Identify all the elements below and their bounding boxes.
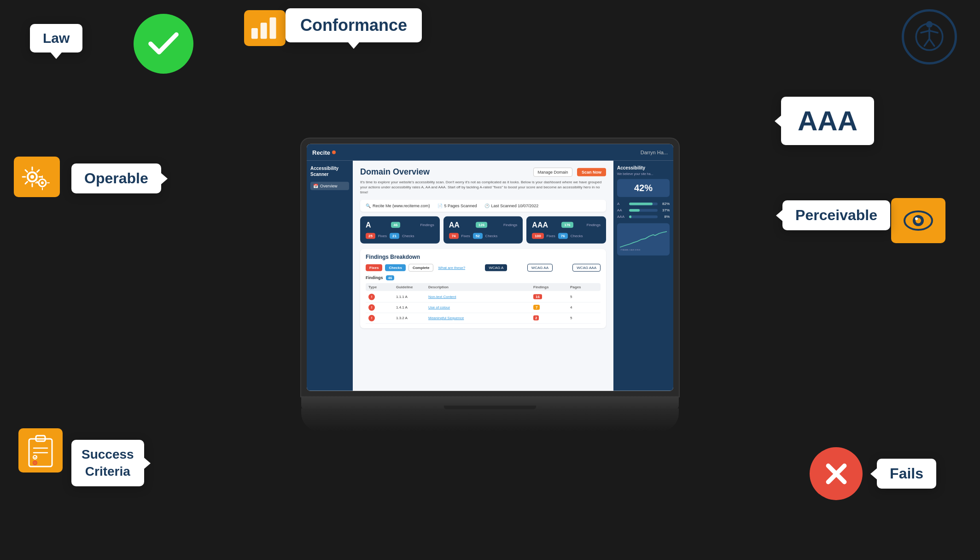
findings-title: Findings Breakdown (366, 253, 601, 260)
level-aa-bar-bg (629, 209, 658, 211)
findings-count-2: 2 (533, 315, 539, 321)
wcag-aa-button[interactable]: WCAG AA (527, 263, 553, 271)
filter-checks-button[interactable]: Checks (385, 264, 405, 271)
rating-card-a: A 46 Findings 25 Fixes 21 Checks (360, 216, 440, 243)
rating-card-aa: AA 126 Findings 74 Fixes 52 Checks (443, 216, 523, 243)
laptop-stand (301, 408, 679, 432)
findings-count-row: Findings 46 (366, 275, 601, 280)
app-right-panel: Accessibility We believe your site ha...… (613, 161, 673, 391)
error-icon: ! (368, 315, 375, 321)
accessibility-percent: 42% (617, 179, 670, 197)
col-pages: Pages (570, 285, 598, 289)
svg-point-5 (30, 175, 34, 179)
table-header: Type Guideline Description Findings Page… (366, 283, 601, 291)
scan-site: 🔍 Recite Me (www.reciteme.com) (366, 203, 430, 208)
clipboard-icon (18, 428, 63, 472)
success-criteria-label: SuccessCriteria (71, 440, 144, 486)
conformance-label: Conformance (286, 8, 422, 42)
app-sidebar: Accessibility Scanner 📅 Overview (307, 161, 353, 391)
search-icon: 🔍 (366, 203, 371, 208)
bar-chart-icon (244, 10, 286, 46)
col-type: Type (368, 285, 396, 289)
app-body: Accessibility Scanner 📅 Overview Domain … (307, 161, 673, 391)
findings-badge-a: 46 (391, 222, 401, 228)
col-description: Description (428, 285, 533, 289)
laptop: Recite Darryn Ha... Accessibility Scanne… (301, 139, 679, 433)
description-link-2[interactable]: Meaningful Sequence (428, 316, 464, 320)
filter-fixes-button[interactable]: Fixes (366, 264, 382, 271)
law-label: Law (30, 24, 82, 52)
level-aaa-pct: 8% (659, 215, 670, 219)
findings-count-badge: 46 (386, 275, 395, 280)
wcag-a-button[interactable]: WCAG A (485, 264, 507, 271)
logo-text: Recite (312, 149, 330, 156)
scan-info-bar: 🔍 Recite Me (www.reciteme.com) 📄 5 Pages… (360, 199, 606, 211)
calendar-icon: 📅 (313, 184, 318, 188)
laptop-bezel: Recite Darryn Ha... Accessibility Scanne… (301, 139, 679, 397)
level-a-bar-fill (629, 202, 653, 205)
findings-count-1: 7 (533, 305, 540, 310)
level-a-bar-bg (629, 202, 658, 205)
svg-rect-1 (251, 28, 258, 39)
chart-area: F M A M J J A S O N D (617, 223, 670, 256)
app-header: Recite Darryn Ha... (307, 144, 673, 161)
sidebar-item-overview[interactable]: 📅 Overview (310, 182, 349, 190)
fixes-aaa: 100 (532, 233, 543, 239)
clock-icon: 🕐 (484, 203, 490, 208)
checks-aaa: 76 (558, 233, 568, 239)
findings-badge-aaa: 176 (561, 222, 573, 228)
svg-rect-3 (270, 18, 276, 39)
findings-label-aaa: Findings (587, 223, 601, 227)
eye-icon (891, 198, 945, 243)
table-row: ! 1.4.1 A Use of colour 7 4 (366, 302, 601, 313)
level-a-pct: 82% (659, 202, 670, 206)
manage-domain-button[interactable]: Manage Domain (533, 168, 572, 177)
scan-now-button[interactable]: Scan Now (577, 168, 606, 176)
rating-card-aaa: AAA 176 Findings 100 Fixes 76 Checks (526, 216, 606, 243)
filter-bar: Fixes Checks Complete What are these? WC… (366, 263, 601, 271)
checkmark-icon (134, 14, 193, 74)
level-aaa-label: AAA (617, 215, 627, 219)
description-link-0[interactable]: Non-text Content (428, 295, 456, 299)
laptop-base (301, 397, 679, 409)
rating-cards: A 46 Findings 25 Fixes 21 Checks (360, 216, 606, 243)
checks-a: 21 (390, 233, 399, 239)
rating-level-aaa: AAA (532, 221, 548, 229)
level-a-label: A (617, 202, 627, 206)
svg-point-7 (41, 181, 44, 184)
svg-text:F M A M J J A S O N D: F M A M J J A S O N D (621, 249, 641, 251)
title-row: Domain Overview Manage Domain Scan Now (360, 167, 606, 177)
findings-count-0: 16 (533, 294, 542, 299)
what-are-these-link[interactable]: What are these? (438, 265, 465, 269)
fixes-aa: 74 (449, 233, 459, 239)
level-row-aaa: AAA 8% (617, 215, 670, 219)
level-aaa-bar-bg (629, 215, 658, 218)
table-row: ! 1.3.2 A Meaningful Sequence 2 5 (366, 313, 601, 323)
findings-label-a: Findings (420, 223, 434, 227)
filter-complete-button[interactable]: Complete (408, 263, 433, 271)
level-aa-pct: 37% (659, 208, 670, 212)
level-row-a: A 82% (617, 202, 670, 206)
col-findings: Findings (533, 285, 570, 289)
wcag-aaa-button[interactable]: WCAG AAA (572, 263, 601, 271)
description-link-1[interactable]: Use of colour (428, 305, 450, 309)
sidebar-title: Accessibility Scanner (310, 165, 349, 177)
gears-icon (14, 157, 60, 197)
fails-label: Fails (877, 459, 936, 489)
level-aaa-bar-fill (629, 215, 631, 218)
error-icon: ! (368, 304, 375, 310)
rating-level-a: A (366, 221, 371, 229)
right-panel-title: Accessibility (617, 165, 670, 170)
aaa-label: AAA (781, 97, 874, 145)
svg-point-11 (915, 217, 918, 220)
right-panel-subtitle: We believe your site ha... (617, 172, 670, 175)
page-description: It's time to explore your website's acce… (360, 180, 606, 195)
logo-dot (332, 151, 336, 154)
sidebar-nav: 📅 Overview (310, 182, 349, 190)
svg-rect-2 (261, 23, 267, 39)
level-aa-label: AA (617, 208, 627, 212)
app-main: Domain Overview Manage Domain Scan Now I… (353, 161, 613, 391)
error-icon: ! (368, 293, 375, 300)
app-user: Darryn Ha... (641, 150, 668, 155)
checks-aa: 52 (473, 233, 483, 239)
